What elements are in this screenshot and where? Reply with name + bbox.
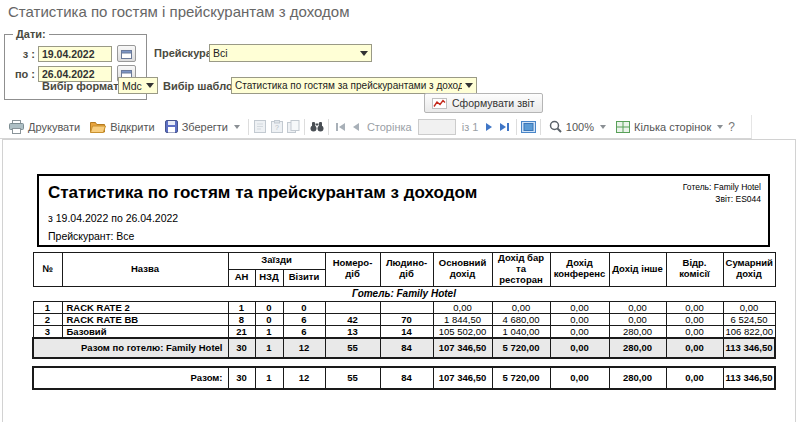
- table-cell: [325, 301, 380, 313]
- table-cell: 70: [380, 313, 433, 325]
- page-width-button[interactable]: [520, 119, 536, 135]
- report-period: з 19.04.2022 по 26.04.2022: [48, 212, 768, 224]
- page-title: Статистика по гостям і прейскурантам з д…: [8, 3, 350, 20]
- spacer-cell: [33, 358, 775, 367]
- copy-button[interactable]: [285, 119, 301, 135]
- toolbar-separator: [248, 119, 249, 135]
- report-table-wrap: № Назва Заїзди Номеро-діб Людино-діб Осн…: [32, 252, 776, 390]
- last-page-icon: [507, 123, 509, 131]
- page-number-input[interactable]: [418, 119, 456, 135]
- open-button[interactable]: Відкрити: [85, 119, 159, 135]
- page-label: Сторінка: [363, 121, 416, 133]
- group-label: Готель: Family Hotel: [33, 286, 775, 301]
- template-select[interactable]: Статистика по гостям за прейскурантами з…: [231, 77, 477, 94]
- table-cell: 0,00: [666, 301, 723, 313]
- table-row: 3Базовий21161314105 502,001 040,000,0028…: [33, 325, 775, 338]
- help-button[interactable]: ?: [728, 120, 735, 134]
- table-cell: 1: [255, 367, 283, 389]
- table-cell: 105 502,00: [433, 325, 492, 338]
- report-meta: Готель: Family Hotel Звіт: ES044: [683, 181, 761, 205]
- table-cell: 30: [228, 367, 255, 389]
- col-header-name: Назва: [62, 253, 228, 287]
- first-page-button[interactable]: [332, 121, 349, 133]
- table-cell: 4 680,00: [492, 313, 550, 325]
- table-cell: 0,00: [550, 338, 609, 358]
- chevron-down-icon: [360, 51, 368, 56]
- table-cell: 6: [283, 325, 325, 338]
- save-button[interactable]: Зберегти: [160, 118, 245, 135]
- table-cell: 0: [255, 301, 283, 313]
- table-cell: 1: [255, 338, 283, 358]
- table-cell: 6: [283, 313, 325, 325]
- col-header-other-income: Дохід інше: [609, 253, 666, 287]
- table-cell: 280,00: [609, 367, 666, 389]
- clipboard-button[interactable]: ?: [268, 119, 284, 135]
- toolbar-separator: [328, 119, 329, 135]
- copy-icon: [287, 120, 300, 133]
- table-row: 1RACK RATE 21000,000,000,000,000,000,00: [33, 301, 775, 313]
- find-button[interactable]: [308, 119, 324, 135]
- generate-report-button[interactable]: Сформувати звіт: [424, 93, 543, 113]
- table-cell: 5 720,00: [492, 338, 550, 358]
- format-select[interactable]: Mdc: [118, 77, 158, 94]
- print-button[interactable]: Друкувати: [4, 118, 85, 136]
- table-cell: 8: [228, 313, 255, 325]
- page-width-icon: [521, 121, 536, 133]
- prev-page-button[interactable]: [349, 121, 363, 133]
- table-cell: 0,00: [550, 313, 609, 325]
- table-cell: 107 346,50: [433, 367, 492, 389]
- open-label: Відкрити: [110, 121, 154, 133]
- col-header-nzd: НЗД: [255, 269, 283, 286]
- calendar-icon: [121, 49, 132, 59]
- export-button[interactable]: [252, 119, 268, 135]
- generate-report-label: Сформувати звіт: [452, 97, 535, 109]
- table-cell: 5 720,00: [492, 367, 550, 389]
- date-to-label: по :: [11, 68, 35, 80]
- pricelist-select[interactable]: Всі: [209, 44, 372, 62]
- date-from-label: з :: [11, 48, 35, 60]
- table-cell: 113 346,50: [723, 367, 775, 389]
- first-page-icon: [339, 123, 345, 131]
- table-cell: 0,00: [609, 313, 666, 325]
- date-from-calendar-button[interactable]: [117, 45, 136, 62]
- table-cell: 1: [255, 325, 283, 338]
- format-label: Вибір формату: [42, 80, 125, 92]
- multipage-grid-icon: [616, 121, 630, 133]
- table-cell: 0,00: [550, 301, 609, 313]
- binoculars-icon: [310, 121, 324, 132]
- spacer-row: [33, 358, 775, 367]
- total-label: Разом по готелю: Family Hotel: [33, 338, 228, 358]
- table-cell: 6 524,50: [723, 313, 775, 325]
- table-cell: 1: [33, 301, 62, 313]
- report-table-body: Готель: Family Hotel 1RACK RATE 21000,00…: [33, 286, 775, 389]
- next-page-button[interactable]: [482, 121, 496, 133]
- report-title: Статистика по гостям та прейскурантам з …: [48, 183, 768, 203]
- col-header-arrivals: Заїзди: [228, 253, 325, 270]
- clipboard-icon: ?: [271, 120, 283, 133]
- zoom-control[interactable]: 100%: [544, 118, 611, 135]
- page-of-label: із 1: [458, 121, 483, 133]
- format-select-value: Mdc: [122, 80, 143, 92]
- dates-legend: Дати:: [13, 28, 49, 40]
- table-cell: 0: [283, 301, 325, 313]
- table-cell: 0,00: [666, 325, 723, 338]
- table-cell: 0,00: [609, 301, 666, 313]
- next-page-icon: [486, 123, 492, 131]
- table-cell: [380, 301, 433, 313]
- svg-text:?: ?: [275, 124, 279, 131]
- total-row: Разом:301125584107 346,505 720,000,00280…: [33, 367, 775, 389]
- multipage-label: Кілька сторінок: [634, 121, 711, 133]
- toolbar-separator: [516, 119, 517, 135]
- date-from-input[interactable]: [38, 46, 112, 62]
- last-page-icon: [500, 123, 506, 131]
- multipage-control[interactable]: Кілька сторінок: [611, 119, 728, 135]
- table-cell: 13: [325, 325, 380, 338]
- table-cell: 21: [228, 325, 255, 338]
- table-cell: 84: [380, 367, 433, 389]
- table-cell: 0,00: [723, 301, 775, 313]
- save-icon: [165, 120, 178, 133]
- table-cell: 0,00: [492, 301, 550, 313]
- last-page-button[interactable]: [496, 121, 513, 133]
- pricelist-select-value: Всі: [213, 47, 357, 59]
- report-header-box: Готель: Family Hotel Звіт: ES044 Статист…: [37, 174, 770, 247]
